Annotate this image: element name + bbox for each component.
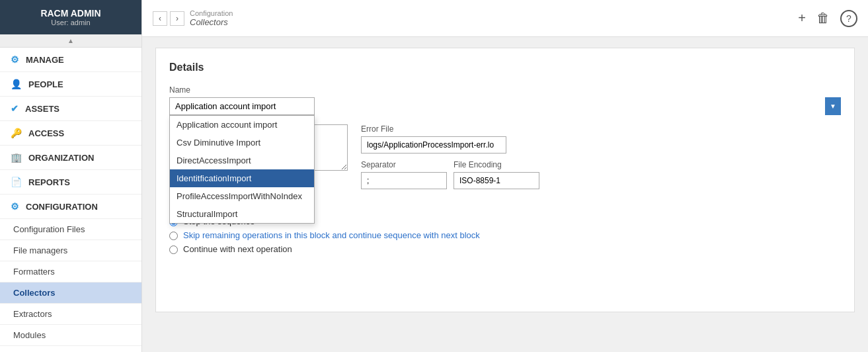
nav-forward-button[interactable]: › — [170, 11, 184, 26]
name-select-wrapper: Application account import ▼ Application… — [169, 97, 841, 115]
app-name: RACM ADMIN — [5, 8, 136, 19]
org-icon: 🏢 — [11, 152, 22, 163]
name-select-value: Application account import — [175, 101, 276, 111]
radio-continue[interactable] — [169, 245, 178, 254]
select-arrow-icon: ▼ — [825, 97, 841, 115]
radio-skip-label: Skip remaining operations in this block … — [183, 230, 480, 240]
sidebar-item-people[interactable]: 👤 PEOPLE — [0, 72, 141, 97]
file-encoding-group: File Encoding — [454, 160, 539, 189]
dropdown-item-identification[interactable]: IdentitficationImport — [170, 169, 314, 187]
sidebar-header: RACM ADMIN User: admin — [0, 0, 141, 34]
name-label: Name — [169, 85, 841, 95]
manage-icon: ⚙ — [11, 54, 19, 65]
delete-button[interactable]: 🗑 — [816, 11, 830, 26]
sub-item-label: File managers — [13, 245, 67, 255]
radio-item-skip[interactable]: Skip remaining operations in this block … — [169, 230, 841, 240]
dropdown-item-profile[interactable]: ProfileAccessImportWithNoIndex — [170, 187, 314, 205]
nav-arrows: ‹ › — [153, 11, 184, 26]
sidebar-sub-formatters[interactable]: Formatters — [0, 261, 141, 283]
separator-group: Separator — [361, 160, 447, 189]
assets-icon: ✔ — [11, 103, 19, 114]
error-file-group: Error File — [361, 124, 539, 154]
sep-encoding-row: Separator File Encoding — [361, 160, 539, 189]
add-button[interactable]: + — [798, 11, 806, 26]
sidebar-sub-configuration-files[interactable]: Configuration Files — [0, 219, 141, 240]
separator-input[interactable] — [361, 172, 447, 189]
main-panel: ‹ › Configuration Collectors + 🗑 ? Detai… — [142, 0, 868, 352]
content-area: Details Name Application account import … — [142, 37, 868, 352]
radio-continue-label: Continue with next operation — [183, 244, 292, 254]
dropdown-item-csv[interactable]: Csv Diminutive Import — [170, 134, 314, 152]
sidebar-item-label: CONFIGURATION — [26, 202, 98, 212]
sub-item-label: Collectors — [13, 288, 56, 298]
sub-item-label: Formatters — [13, 267, 55, 277]
dropdown-item-direct[interactable]: DirectAccessImport — [170, 152, 314, 169]
dropdown-item-structural[interactable]: StructuralImport — [170, 205, 314, 223]
help-button[interactable]: ? — [840, 10, 857, 27]
access-icon: 🔑 — [11, 128, 22, 138]
reports-icon: 📄 — [11, 177, 22, 187]
sidebar-item-access[interactable]: 🔑 ACCESS — [0, 121, 141, 146]
details-title: Details — [169, 62, 841, 73]
sidebar-item-label: MANAGE — [26, 55, 64, 65]
sidebar-item-label: REPORTS — [28, 177, 70, 187]
error-file-label: Error File — [361, 124, 539, 134]
sidebar-item-reports[interactable]: 📄 REPORTS — [0, 170, 141, 195]
name-dropdown-menu: Application account import Csv Diminutiv… — [169, 115, 315, 224]
sidebar-item-assets[interactable]: ✔ ASSETS — [0, 97, 141, 121]
radio-item-continue[interactable]: Continue with next operation — [169, 244, 841, 254]
sidebar-sub-extractors[interactable]: Extractors — [0, 304, 141, 325]
file-encoding-input[interactable] — [454, 172, 539, 189]
people-icon: 👤 — [11, 79, 22, 89]
breadcrumb-page: Collectors — [190, 17, 233, 27]
sidebar: RACM ADMIN User: admin ▲ ⚙ MANAGE 👤 PEOP… — [0, 0, 142, 352]
user-info: User: admin — [5, 19, 136, 26]
nav-back-button[interactable]: ‹ — [153, 11, 167, 26]
sidebar-item-label: ORGANIZATION — [28, 153, 94, 163]
breadcrumb: Configuration Collectors — [190, 9, 233, 27]
sidebar-item-configuration[interactable]: ⚙ CONFIGURATION — [0, 195, 141, 219]
config-icon: ⚙ — [11, 201, 19, 212]
dropdown-item-app-account[interactable]: Application account import — [170, 116, 314, 134]
top-bar-actions: + 🗑 ? — [798, 10, 857, 27]
right-fields: Error File Separator File Encoding — [361, 124, 539, 189]
sidebar-item-organization[interactable]: 🏢 ORGANIZATION — [0, 146, 141, 170]
separator-label: Separator — [361, 160, 447, 169]
scroll-up-icon[interactable]: ▲ — [67, 37, 74, 44]
top-bar-left: ‹ › Configuration Collectors — [153, 9, 233, 27]
top-bar: ‹ › Configuration Collectors + 🗑 ? — [142, 0, 868, 37]
sidebar-item-label: ACCESS — [28, 128, 64, 138]
breadcrumb-config: Configuration — [190, 9, 233, 17]
name-field-group: Name Application account import ▼ Applic… — [169, 85, 841, 115]
sub-item-label: Extractors — [13, 309, 52, 319]
error-file-input[interactable] — [361, 136, 506, 154]
radio-skip[interactable] — [169, 232, 178, 240]
details-card: Details Name Application account import … — [155, 48, 855, 312]
file-encoding-label: File Encoding — [454, 160, 539, 169]
sub-item-label: Modules — [13, 330, 46, 340]
sidebar-sub-modules[interactable]: Modules — [0, 325, 141, 346]
name-select-display[interactable]: Application account import — [169, 97, 315, 115]
sidebar-item-label: PEOPLE — [28, 79, 63, 89]
sub-item-label: Configuration Files — [13, 224, 85, 234]
sidebar-item-label: ASSETS — [25, 104, 59, 114]
sidebar-sub-collectors[interactable]: Collectors — [0, 283, 141, 304]
sidebar-sub-file-managers[interactable]: File managers — [0, 240, 141, 261]
sidebar-item-manage[interactable]: ⚙ MANAGE — [0, 48, 141, 72]
